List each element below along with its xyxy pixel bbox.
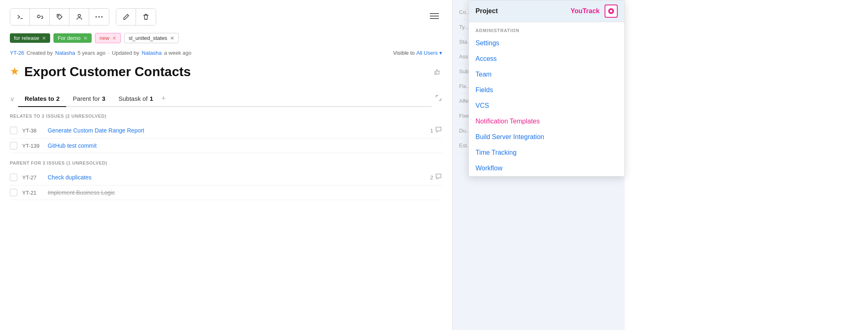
tag-new-close[interactable]: ✕ [112, 35, 116, 41]
issue-checkbox-yt38[interactable] [10, 127, 17, 134]
parent-for-header: PARENT FOR 3 ISSUES (1 UNRESOLVED) [10, 160, 442, 165]
terminal-button[interactable] [10, 9, 30, 25]
issue-link-yt21: Implement Business Logic [48, 189, 115, 196]
visibility: Visible to All Users ▾ [393, 50, 442, 56]
add-tab-button[interactable]: + [162, 94, 166, 103]
relates-to-header: RELATES TO 2 ISSUES (2 UNRESOLVED) [10, 114, 442, 119]
table-row: YT-27 Check duplicates 2 [10, 170, 442, 186]
meta-row: YT-26 Created by Natasha 5 years ago · U… [10, 50, 442, 56]
relates-to-section: RELATES TO 2 ISSUES (2 UNRESOLVED) YT-38… [10, 114, 442, 153]
svg-point-1 [58, 16, 59, 16]
visibility-label: Visible to [393, 50, 415, 56]
toolbar-group-left [10, 8, 109, 26]
hamburger-menu-button[interactable] [427, 9, 442, 25]
more-button[interactable] [89, 9, 109, 25]
tag-new[interactable]: new ✕ [95, 33, 121, 43]
dropdown-item-fields[interactable]: Fields [469, 82, 624, 98]
toolbar [10, 8, 442, 26]
tab-parent-for[interactable]: Parent for 3 [66, 91, 112, 106]
edit-button[interactable] [116, 9, 136, 25]
tag-for-release[interactable]: for release ✕ [10, 33, 50, 43]
issue-link-yt27[interactable]: Check duplicates [48, 174, 92, 181]
comment-icon-yt27 [435, 173, 442, 182]
updated-by-link[interactable]: Natasha [142, 50, 162, 56]
thumbs-up-button[interactable] [433, 67, 442, 79]
issue-id-yt38: YT-38 [22, 128, 43, 134]
dropdown-menu: Project YouTrack ADMINISTRATION Settings… [469, 0, 625, 177]
star-icon[interactable]: ★ [10, 65, 19, 78]
svg-point-5 [101, 16, 103, 18]
svg-point-4 [98, 16, 100, 18]
dropdown-item-settings[interactable]: Settings [469, 35, 624, 51]
tabs-container: ∨ Relates to 2 Parent for 3 Subtask of 1… [10, 91, 442, 107]
dropdown-item-vcs[interactable]: VCS [469, 98, 624, 114]
right-panel: Co... Ty... Sta... Ass... Sub... Fix... … [452, 0, 625, 330]
tag-for-demo[interactable]: For demo ✕ [53, 33, 92, 43]
issue-checkbox-yt139[interactable] [10, 142, 17, 149]
tags-row: for release ✕ For demo ✕ new ✕ sl_united… [10, 33, 442, 43]
expand-icon-button[interactable] [435, 94, 442, 104]
svg-point-3 [95, 16, 97, 18]
issue-title: Export Customer Contacts [24, 64, 428, 79]
issue-id-yt139: YT-139 [22, 143, 43, 149]
dropdown-item-notification-templates[interactable]: Notification Templates [469, 114, 624, 129]
tab-subtask-of[interactable]: Subtask of 1 [112, 91, 159, 106]
tag-for-demo-close[interactable]: ✕ [83, 35, 88, 41]
issue-id-link[interactable]: YT-26 [10, 50, 24, 56]
issue-comments-yt38: 1 [430, 126, 442, 135]
parent-for-section: PARENT FOR 3 ISSUES (1 UNRESOLVED) YT-27… [10, 160, 442, 200]
delete-button[interactable] [136, 9, 156, 25]
created-ago: 5 years ago [78, 50, 106, 56]
updated-label: Updated by [112, 50, 139, 56]
svg-point-10 [610, 10, 612, 12]
comment-icon-yt38 [435, 126, 442, 135]
tag-sl-united-states-close[interactable]: ✕ [170, 35, 174, 41]
dropdown-item-workflow[interactable]: Workflow [469, 160, 624, 176]
tabs-collapse-icon[interactable]: ∨ [10, 95, 15, 103]
link-button[interactable] [30, 9, 50, 25]
tab-relates-to[interactable]: Relates to 2 [18, 91, 66, 106]
dropdown-brand-label: YouTrack [570, 7, 600, 15]
tag-button[interactable] [50, 9, 69, 25]
issue-id-yt27: YT-27 [22, 174, 43, 181]
tag-sl-united-states[interactable]: sl_united_states ✕ [124, 33, 179, 43]
issue-checkbox-yt27[interactable] [10, 174, 17, 181]
updated-ago: a week ago [164, 50, 192, 56]
issue-checkbox-yt21[interactable] [10, 189, 17, 196]
dropdown-header: Project YouTrack [469, 0, 624, 22]
created-by-link[interactable]: Natasha [55, 50, 75, 56]
tag-for-release-close[interactable]: ✕ [42, 35, 46, 41]
issue-link-yt38[interactable]: Generate Custom Date Range Report [48, 127, 144, 134]
table-row: YT-38 Generate Custom Date Range Report … [10, 123, 442, 139]
created-label: Created by [27, 50, 53, 56]
youtrack-icon-button[interactable] [605, 5, 618, 18]
dropdown-item-access[interactable]: Access [469, 51, 624, 67]
separator1: · [108, 50, 110, 56]
issue-title-row: ★ Export Customer Contacts [10, 64, 442, 79]
visibility-chevron-icon[interactable]: ▾ [439, 50, 442, 56]
dropdown-item-team[interactable]: Team [469, 67, 624, 82]
assignee-button[interactable] [69, 9, 89, 25]
issue-link-yt139[interactable]: GitHub test commit [48, 142, 97, 149]
svg-point-2 [78, 14, 81, 17]
issue-comments-yt27: 2 [430, 173, 442, 182]
toolbar-group-right [116, 8, 156, 26]
issue-id-yt21: YT-21 [22, 190, 43, 196]
dropdown-project-label: Project [476, 7, 570, 15]
table-row: YT-21 Implement Business Logic [10, 186, 442, 200]
visibility-who-link[interactable]: All Users [416, 50, 438, 56]
tabs-row: Relates to 2 Parent for 3 Subtask of 1 + [18, 91, 432, 107]
dropdown-item-build-server-integration[interactable]: Build Server Integration [469, 129, 624, 145]
dropdown-item-time-tracking[interactable]: Time Tracking [469, 145, 624, 160]
admin-section-label: ADMINISTRATION [469, 22, 624, 35]
table-row: YT-139 GitHub test commit [10, 139, 442, 153]
